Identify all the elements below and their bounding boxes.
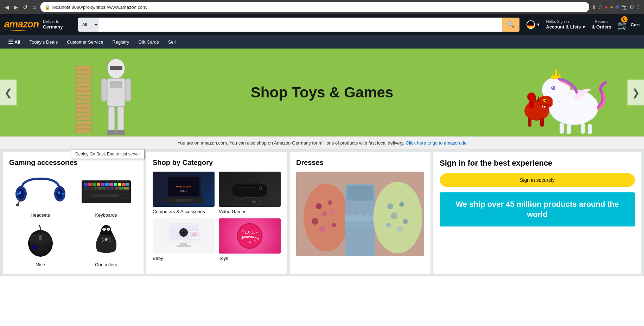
svg-rect-19 — [92, 113, 93, 116]
deliver-to-section[interactable]: Deliver to Germany — [43, 19, 75, 30]
svg-point-109 — [103, 229, 105, 230]
nav-item-sell[interactable]: Sell — [164, 36, 180, 48]
svg-rect-0 — [527, 21, 534, 25]
computers-label: Computers & Accessories — [153, 209, 215, 214]
svg-rect-82 — [102, 187, 106, 190]
dresses-image[interactable] — [296, 172, 424, 256]
cart-section[interactable]: 0 🛒 Cart — [617, 19, 640, 31]
svg-point-104 — [32, 246, 37, 249]
gaming-item-mice[interactable]: Mice — [9, 221, 71, 267]
bookmark-icon[interactable]: ☆ — [598, 4, 603, 10]
svg-rect-78 — [84, 187, 89, 190]
flag-icon — [527, 20, 535, 29]
svg-rect-85 — [115, 187, 119, 190]
language-selector[interactable]: ▼ — [527, 20, 541, 29]
svg-rect-97 — [84, 194, 91, 197]
nav-item-deals[interactable]: Today's Deals — [26, 36, 62, 48]
notification-link[interactable]: Click here to go to amazon.de — [406, 140, 467, 146]
signin-greeting: Hello, Sign in — [546, 19, 586, 24]
svg-rect-21 — [110, 66, 122, 70]
dresses-card-title: Dresses — [296, 159, 424, 167]
svg-rect-132 — [177, 245, 191, 247]
gaming-item-keyboards[interactable]: Keyboards — [75, 172, 137, 218]
svg-rect-27 — [117, 107, 124, 133]
search-category-select[interactable]: All — [78, 18, 99, 32]
hero-left-decoration — [53, 52, 141, 136]
nav-item-gift-cards[interactable]: Gift Cards — [134, 36, 163, 48]
svg-point-122 — [255, 201, 256, 202]
baby-img-placeholder — [153, 218, 215, 254]
svg-point-140 — [244, 241, 245, 242]
amazon-logo[interactable]: amazon — [4, 19, 39, 31]
share-icon[interactable]: ⬆ — [592, 4, 596, 10]
extension-icon-3[interactable]: ✻ — [615, 4, 619, 10]
svg-point-141 — [254, 239, 256, 242]
svg-rect-11 — [76, 96, 91, 99]
back-button[interactable]: ◀ — [3, 3, 11, 11]
baby-image — [153, 218, 215, 254]
svg-rect-73 — [109, 183, 113, 186]
headsets-label: Headsets — [9, 212, 71, 218]
svg-point-48 — [544, 100, 546, 101]
search-bar: All 🔍 — [78, 18, 519, 32]
svg-rect-99 — [119, 194, 123, 197]
ps4-placeholder — [219, 172, 281, 207]
nav-item-customer-service[interactable]: Customer Service — [63, 36, 107, 48]
search-input[interactable] — [99, 18, 502, 32]
hero-prev-button[interactable]: ❮ — [0, 80, 17, 106]
dino-rider-figure — [517, 76, 553, 129]
svg-rect-89 — [90, 191, 94, 193]
svg-rect-76 — [122, 183, 126, 186]
category-item-video-games[interactable]: Video Games — [219, 172, 281, 214]
search-button[interactable]: 🔍 — [502, 18, 519, 32]
computers-image: PREDATOR Helios — [153, 172, 215, 207]
svg-rect-23 — [110, 81, 122, 88]
svg-marker-36 — [559, 73, 560, 76]
svg-rect-71 — [101, 183, 104, 186]
svg-rect-83 — [107, 187, 110, 190]
svg-rect-5 — [76, 121, 91, 124]
svg-rect-77 — [126, 183, 129, 186]
gaming-item-headsets[interactable]: Headsets — [9, 172, 71, 218]
gaming-accessories-card: Gaming accessories — [3, 152, 144, 274]
video-games-image — [219, 172, 281, 207]
extension-icon-2[interactable]: ● — [610, 4, 613, 10]
account-label: Account & Lists ▼ — [546, 24, 586, 30]
svg-rect-4 — [76, 125, 91, 129]
forward-button[interactable]: ▶ — [12, 3, 20, 11]
nav-all-button[interactable]: ☰ All — [4, 36, 24, 49]
home-button[interactable]: ⌂ — [31, 3, 38, 11]
nav-item-registry[interactable]: Registry — [108, 36, 133, 48]
keyboards-image — [78, 172, 134, 210]
hero-next-button[interactable]: ❯ — [627, 80, 644, 106]
category-item-computers[interactable]: PREDATOR Helios Computers & Accessories — [153, 172, 215, 214]
extension-icon-4[interactable]: 📷 — [621, 4, 627, 10]
gaming-item-controllers[interactable]: Controllers — [75, 221, 137, 267]
extension-icon-1[interactable]: ● — [605, 4, 608, 10]
more-icon[interactable]: ⋮ — [636, 4, 641, 10]
account-section[interactable]: Hello, Sign in Account & Lists ▼ — [546, 19, 586, 30]
headsets-image — [12, 172, 69, 210]
notification-text: You are on amazon.com. You can also shop… — [178, 140, 404, 146]
hero-title: Shop Toys & Games — [251, 84, 393, 101]
svg-rect-15 — [76, 79, 91, 82]
svg-rect-84 — [111, 187, 114, 190]
jenga-tower — [74, 66, 93, 136]
svg-rect-131 — [180, 243, 187, 245]
refresh-button[interactable]: ↺ — [21, 3, 29, 11]
svg-point-123 — [253, 202, 255, 204]
controllers-image — [78, 221, 134, 260]
svg-rect-94 — [111, 191, 115, 193]
svg-rect-39 — [560, 123, 564, 134]
category-item-baby[interactable]: Baby — [153, 218, 215, 261]
svg-point-162 — [403, 219, 408, 224]
svg-rect-72 — [105, 183, 109, 186]
svg-point-130 — [182, 231, 183, 232]
returns-section[interactable]: Returns & Orders — [592, 19, 611, 30]
category-item-toys[interactable]: L.O.L. SURPRISE! ★ ★ ★ Toys — [219, 218, 281, 261]
svg-rect-53 — [528, 118, 531, 127]
address-bar[interactable]: 🔒 localhost:8080/proxy/https://www.amazo… — [40, 2, 589, 12]
svg-rect-98 — [92, 194, 119, 197]
signin-button[interactable]: Sign in securely — [440, 173, 635, 187]
settings-icon[interactable]: ⚙ — [630, 4, 634, 10]
